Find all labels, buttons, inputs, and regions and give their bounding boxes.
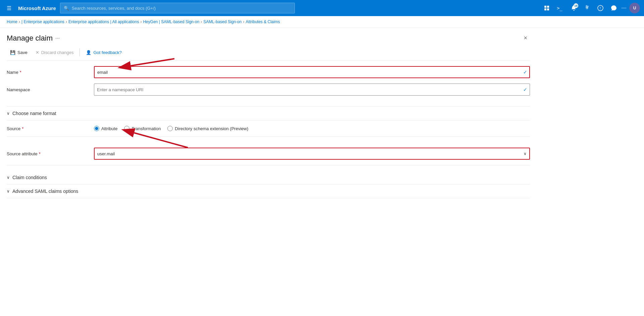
name-row: Name * ✓ (7, 66, 530, 78)
account-selector[interactable] (621, 7, 627, 9)
toolbar: 💾 Save ✕ Discard changes 👤 Got feedback? (7, 46, 530, 61)
svg-rect-2 (544, 8, 546, 10)
notifications-icon[interactable]: 16 (568, 2, 580, 14)
radio-directory-label: Directory schema extension (Preview) (175, 126, 248, 131)
name-check-icon: ✓ (523, 69, 527, 75)
source-row: Source * Attribute Transformation Direct… (7, 120, 530, 137)
feedback-icon[interactable] (608, 2, 620, 14)
cloud-shell-icon[interactable]: >_ (554, 2, 566, 14)
hamburger-icon[interactable]: ☰ (4, 4, 14, 13)
claim-conditions-label: Claim conditions (12, 175, 47, 180)
svg-rect-0 (544, 6, 546, 8)
claim-conditions-accordion[interactable]: ∨ Claim conditions (7, 171, 530, 185)
namespace-row: Namespace ✓ (7, 84, 530, 96)
source-attribute-required: * (39, 151, 41, 156)
name-format-label: Choose name format (12, 111, 56, 116)
breadcrumb-heygen[interactable]: HeyGen | SAML-based Sign-on (143, 19, 199, 24)
search-input[interactable] (72, 6, 291, 11)
namespace-input-wrap: ✓ (94, 84, 530, 96)
breadcrumb-enterprise-apps[interactable]: | Enterprise applications (21, 19, 64, 24)
svg-rect-3 (547, 8, 549, 10)
advanced-saml-accordion[interactable]: ∨ Advanced SAML claims options (7, 185, 530, 198)
toolbar-separator (79, 48, 80, 56)
breadcrumb: Home › | Enterprise applications › Enter… (0, 16, 644, 28)
form-main: Name * ✓ Namespace ✓ (7, 61, 530, 107)
choose-name-format-accordion[interactable]: ∨ Choose name format (7, 107, 530, 120)
breadcrumb-saml[interactable]: SAML-based Sign-on (203, 19, 241, 24)
source-attribute-label: Source attribute * (7, 151, 94, 156)
breadcrumb-attributes[interactable]: Attributes & Claims (246, 19, 280, 24)
name-input[interactable] (94, 66, 530, 78)
azure-logo: Microsoft Azure (18, 5, 56, 11)
portal-menu-icon[interactable] (541, 2, 553, 14)
radio-transformation[interactable]: Transformation (124, 126, 161, 131)
radio-transformation-label: Transformation (131, 126, 161, 131)
source-label: Source * (7, 126, 94, 131)
discard-icon: ✕ (36, 50, 39, 55)
source-required: * (22, 126, 23, 131)
claim-conditions-chevron-icon: ∨ (7, 175, 10, 180)
source-attribute-row: Source attribute * user.mail user.userpr… (7, 142, 530, 165)
main-content: Manage claim ··· × 💾 Save ✕ Discard chan… (0, 28, 537, 198)
source-radio-group: Attribute Transformation Directory schem… (94, 126, 248, 131)
name-required: * (20, 70, 21, 75)
radio-transformation-input[interactable] (124, 126, 129, 131)
topnav: ☰ Microsoft Azure 🔍 >_ 16 ? U (0, 0, 644, 16)
name-format-chevron-icon: ∨ (7, 111, 10, 116)
help-icon[interactable]: ? (594, 2, 606, 14)
radio-attribute-label: Attribute (101, 126, 117, 131)
source-attribute-select-wrap: user.mail user.userprincipalname user.gi… (94, 148, 530, 160)
svg-text:?: ? (599, 6, 601, 10)
namespace-input[interactable] (94, 84, 530, 96)
advanced-saml-chevron-icon: ∨ (7, 189, 10, 194)
source-attribute-select[interactable]: user.mail user.userprincipalname user.gi… (94, 148, 530, 160)
notification-badge: 16 (574, 3, 578, 8)
radio-directory[interactable]: Directory schema extension (Preview) (167, 126, 248, 131)
name-input-wrap: ✓ (94, 66, 530, 78)
more-options-icon[interactable]: ··· (55, 35, 60, 41)
svg-text:>_: >_ (557, 5, 562, 11)
settings-icon[interactable] (581, 2, 593, 14)
save-icon: 💾 (10, 50, 15, 55)
topnav-icons: >_ 16 ? U (541, 2, 640, 14)
discard-button[interactable]: ✕ Discard changes (32, 49, 77, 56)
feedback-link[interactable]: 👤 Got feedback? (83, 49, 125, 56)
name-label: Name * (7, 70, 94, 75)
radio-attribute-input[interactable] (94, 126, 99, 131)
radio-directory-input[interactable] (167, 126, 173, 131)
close-button[interactable]: × (521, 33, 530, 43)
radio-attribute[interactable]: Attribute (94, 126, 117, 131)
advanced-saml-label: Advanced SAML claims options (12, 189, 78, 194)
namespace-check-icon: ✓ (523, 87, 527, 92)
page-header: Manage claim ··· × (7, 28, 530, 46)
breadcrumb-home[interactable]: Home (7, 19, 17, 24)
breadcrumb-all-apps[interactable]: Enterprise applications | All applicatio… (68, 19, 139, 24)
user-avatar[interactable]: U (629, 3, 640, 13)
page-title: Manage claim (7, 34, 53, 43)
search-bar[interactable]: 🔍 (60, 3, 295, 13)
search-icon: 🔍 (64, 6, 69, 11)
namespace-label: Namespace (7, 87, 94, 92)
save-button[interactable]: 💾 Save (7, 49, 31, 56)
svg-rect-1 (547, 6, 549, 8)
feedback-person-icon: 👤 (86, 50, 91, 55)
